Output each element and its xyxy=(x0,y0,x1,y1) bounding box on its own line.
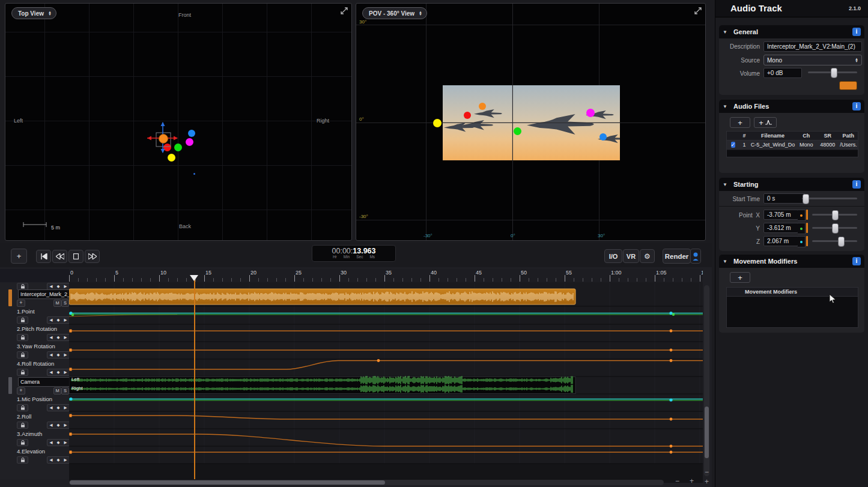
add-param-button[interactable]: + xyxy=(17,300,25,307)
add-movement-modifier-button[interactable]: + xyxy=(730,272,750,283)
start-time-field[interactable]: 0 s xyxy=(763,193,806,204)
add-keyframe-icon[interactable]: ◆ xyxy=(57,335,60,340)
pov-particle-green[interactable] xyxy=(514,127,521,135)
pov-particle-blue[interactable] xyxy=(599,133,607,141)
vr-button[interactable]: VR xyxy=(623,249,639,263)
pov-particle-red[interactable] xyxy=(464,112,471,119)
binaural-monitor-button[interactable] xyxy=(690,249,701,264)
collapse-triangle-icon[interactable]: ▼ xyxy=(723,182,733,187)
add-keyframe-icon[interactable]: ◆ xyxy=(57,370,60,375)
collapse-triangle-icon[interactable]: ▼ xyxy=(723,29,733,35)
section-movement-modifiers-header[interactable]: ▼ Movement Modifiers i xyxy=(719,255,864,268)
pov-viewport[interactable]: 30° 0° -30° -30° 0° 30° xyxy=(356,3,706,241)
mute-button[interactable]: M xyxy=(53,387,61,395)
collapse-triangle-icon[interactable]: ▼ xyxy=(723,259,733,264)
source-dropdown[interactable]: Mono ▲▼ xyxy=(763,55,862,65)
point-z-field[interactable]: 2.067 m xyxy=(763,236,798,246)
vertical-scrollbar-thumb[interactable] xyxy=(705,407,709,458)
keyframe-nav[interactable]: ◀◆▶ xyxy=(47,351,70,358)
lock-button[interactable] xyxy=(17,316,28,324)
track-name-main[interactable]: Interceptor_Mark_2_V2 xyxy=(18,289,73,299)
param-label[interactable]: 2.Roll xyxy=(17,413,31,420)
skip-to-start-button[interactable] xyxy=(36,250,51,263)
info-button[interactable]: i xyxy=(852,28,861,36)
param-label[interactable]: 3.Azimuth xyxy=(17,431,42,437)
point-y-field[interactable]: -3.612 m xyxy=(763,223,798,233)
next-keyframe-icon[interactable]: ▶ xyxy=(64,405,67,410)
param-label[interactable]: 3.Yaw Rotation xyxy=(17,343,55,349)
top-view-viewport[interactable]: Front Left Right Back 5 m Top View ▲▼ xyxy=(5,3,352,241)
prev-keyframe-icon[interactable]: ◀ xyxy=(50,352,53,357)
param-label[interactable]: 4.Roll Rotation xyxy=(17,360,54,367)
add-keyframe-icon[interactable]: ◆ xyxy=(57,440,60,445)
point-y-slider[interactable] xyxy=(812,223,857,232)
settings-button[interactable]: ⚙ xyxy=(640,249,655,263)
track-color-swatch[interactable] xyxy=(839,81,857,90)
add-keyframe-icon[interactable]: ◆ xyxy=(57,405,60,410)
point-z-slider[interactable] xyxy=(812,237,857,246)
keyframe-nav[interactable]: ◀◆▶ xyxy=(47,334,70,341)
prev-keyframe-icon[interactable]: ◀ xyxy=(50,284,53,289)
volume-field[interactable]: +0 dB xyxy=(763,68,802,78)
lock-button[interactable] xyxy=(17,351,28,358)
add-keyframe-icon[interactable]: ◆ xyxy=(57,284,60,289)
point-z-slider-thumb[interactable] xyxy=(838,237,845,247)
lock-button[interactable] xyxy=(17,404,28,411)
prev-keyframe-icon[interactable]: ◀ xyxy=(50,423,53,428)
pov-view-selector[interactable]: POV - 360° View ▲▼ xyxy=(362,7,427,19)
zoom-out-button[interactable]: − xyxy=(675,477,679,485)
lock-button[interactable] xyxy=(17,369,28,376)
horizontal-scrollbar-thumb[interactable] xyxy=(70,480,385,485)
section-audio-files-header[interactable]: ▼ Audio Files i xyxy=(719,100,864,113)
prev-keyframe-icon[interactable]: ◀ xyxy=(50,370,53,375)
track-name-camera[interactable]: Camera xyxy=(18,377,73,387)
zoom-in-button[interactable]: + xyxy=(690,477,694,485)
horizontal-scrollbar[interactable] xyxy=(69,480,664,485)
keyframe-nav[interactable]: ◀◆▶ xyxy=(47,456,70,464)
lock-button[interactable] xyxy=(17,439,28,446)
add-keyframe-icon[interactable]: ◆ xyxy=(57,458,60,462)
add-track-button[interactable]: + xyxy=(11,249,27,264)
info-button[interactable]: i xyxy=(852,102,861,110)
playhead-marker[interactable] xyxy=(190,275,198,281)
next-keyframe-icon[interactable]: ▶ xyxy=(64,423,67,428)
add-keyframe-icon[interactable]: ◆ xyxy=(57,318,60,322)
next-keyframe-icon[interactable]: ▶ xyxy=(64,458,67,462)
prev-keyframe-icon[interactable]: ◀ xyxy=(50,318,53,322)
mute-button[interactable]: M xyxy=(53,300,61,307)
volume-slider-thumb[interactable] xyxy=(831,68,837,78)
pov-particle-magenta[interactable] xyxy=(586,109,595,117)
start-time-slider-thumb[interactable] xyxy=(803,194,809,204)
io-button[interactable]: I/O xyxy=(604,249,622,263)
collapse-triangle-icon[interactable]: ▼ xyxy=(723,104,733,109)
top-view-selector[interactable]: Top View ▲▼ xyxy=(11,7,56,19)
expand-icon[interactable] xyxy=(340,7,348,15)
particle-gizmo[interactable] xyxy=(144,119,198,157)
param-label[interactable]: 1.Point xyxy=(17,308,35,315)
point-x-field[interactable]: -3.705 m xyxy=(763,210,798,220)
lock-button[interactable] xyxy=(17,334,28,341)
rewind-button[interactable] xyxy=(52,250,67,263)
point-y-slider-thumb[interactable] xyxy=(832,223,839,234)
point-x-slider-thumb[interactable] xyxy=(832,210,839,220)
add-keyframe-icon[interactable]: ◆ xyxy=(57,352,60,357)
add-keyframe-icon[interactable]: ◆ xyxy=(57,423,60,428)
volume-slider[interactable] xyxy=(808,68,857,77)
prev-keyframe-icon[interactable]: ◀ xyxy=(50,440,53,445)
vertical-scrollbar[interactable] xyxy=(704,285,709,476)
description-field[interactable]: Interceptor_Mark_2_V2:Main_(2) xyxy=(763,41,862,52)
param-label[interactable]: 2.Pitch Rotation xyxy=(17,325,57,332)
next-keyframe-icon[interactable]: ▶ xyxy=(64,335,67,340)
pov-particle-orange[interactable] xyxy=(479,103,486,110)
prev-keyframe-icon[interactable]: ◀ xyxy=(50,405,53,410)
keyframe-nav[interactable]: ◀◆▶ xyxy=(47,404,70,411)
next-keyframe-icon[interactable]: ▶ xyxy=(64,440,67,445)
prev-keyframe-icon[interactable]: ◀ xyxy=(50,335,53,340)
file-checkbox[interactable]: ✓ xyxy=(731,142,736,148)
section-starting-header[interactable]: ▼ Starting i xyxy=(719,178,864,191)
solo-button[interactable]: S xyxy=(61,387,69,395)
param-label[interactable]: 4.Elevation xyxy=(17,448,45,455)
prev-keyframe-icon[interactable]: ◀ xyxy=(50,458,53,462)
point-x-slider[interactable] xyxy=(812,210,857,219)
next-keyframe-icon[interactable]: ▶ xyxy=(64,370,67,375)
